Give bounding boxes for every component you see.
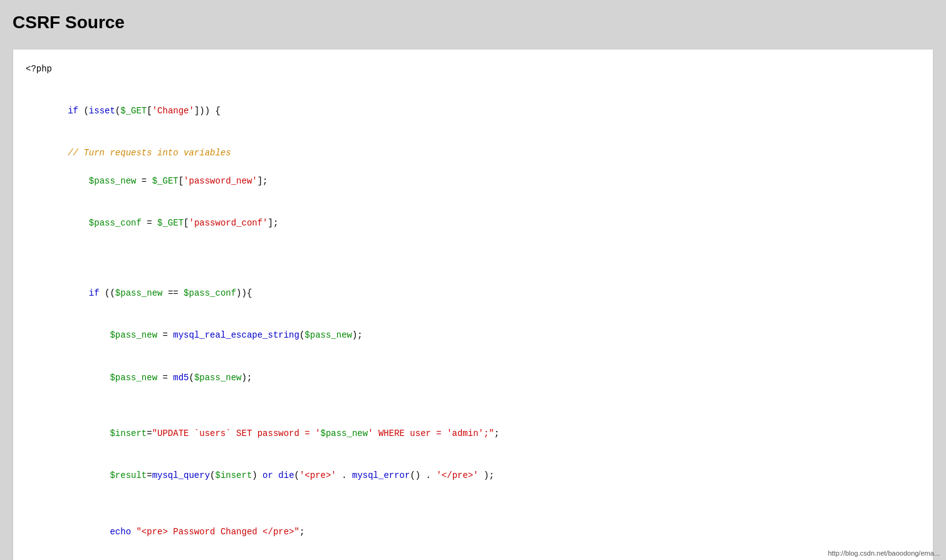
blank-line-3 xyxy=(26,244,920,258)
code-container: <?php if (isset($_GET['Change'])) { // T… xyxy=(13,49,933,560)
url-hint: http://blog.csdn.net/baoodong/ema... xyxy=(828,549,940,557)
comment-line: // Turn requests into variables xyxy=(26,146,920,160)
result-line: $result=mysql_query($insert) or die('<pr… xyxy=(26,455,920,497)
escape-string-line: $pass_new = mysql_real_escape_string($pa… xyxy=(26,314,920,356)
mysql-close-line: mysql_close(); xyxy=(26,553,920,560)
blank-line-1 xyxy=(26,76,920,90)
page-title: CSRF Source xyxy=(13,6,933,39)
pass-new-assign-line: $pass_new = $_GET['password_new']; xyxy=(26,160,920,202)
blank-line-2 xyxy=(26,132,920,146)
pass-conf-assign-line: $pass_conf = $_GET['password_conf']; xyxy=(26,202,920,244)
echo-password-changed-line: echo "<pre> Password Changed </pre>"; xyxy=(26,511,920,553)
blank-line-4 xyxy=(26,258,920,272)
if-isset-line: if (isset($_GET['Change'])) { xyxy=(26,90,920,132)
blank-line-5 xyxy=(26,398,920,412)
blank-line-6 xyxy=(26,497,920,511)
md5-line: $pass_new = md5($pass_new); xyxy=(26,356,920,398)
insert-line: $insert="UPDATE `users` SET password = '… xyxy=(26,413,920,455)
php-open-tag: <?php xyxy=(26,62,920,76)
if-pass-match-line: if (($pass_new == $pass_conf)){ xyxy=(26,272,920,314)
